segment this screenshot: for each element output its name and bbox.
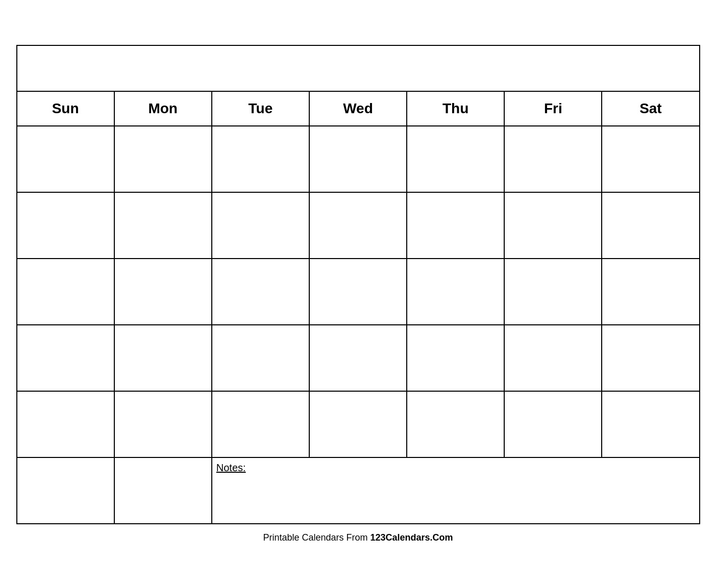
header-sat: Sat	[602, 91, 699, 126]
notes-day-cell-mon	[114, 457, 212, 524]
day-cell	[602, 325, 699, 391]
day-cell	[17, 192, 114, 259]
day-cell	[504, 259, 602, 325]
day-cell	[309, 192, 407, 259]
header-thu: Thu	[407, 91, 504, 126]
day-cell	[114, 192, 212, 259]
day-cell	[17, 391, 114, 457]
week-row-2	[17, 192, 700, 259]
day-cell	[17, 126, 114, 192]
day-cell	[114, 259, 212, 325]
day-cell	[504, 126, 602, 192]
footer-brand: 123Calendars.Com	[371, 532, 453, 543]
day-cell	[504, 192, 602, 259]
notes-label: Notes:	[216, 462, 246, 473]
title-row	[17, 45, 700, 91]
notes-day-cell-sun	[17, 457, 114, 524]
day-cell	[407, 391, 504, 457]
day-cell	[407, 192, 504, 259]
day-cell	[17, 325, 114, 391]
day-cell	[309, 259, 407, 325]
header-wed: Wed	[309, 91, 407, 126]
calendar-wrapper: Sun Mon Tue Wed Thu Fri Sat	[16, 45, 700, 543]
week-row-3	[17, 259, 700, 325]
header-tue: Tue	[212, 91, 309, 126]
day-cell	[602, 259, 699, 325]
day-cell	[309, 325, 407, 391]
footer-text: Printable Calendars From	[263, 532, 370, 543]
header-sun: Sun	[17, 91, 114, 126]
day-cell	[602, 391, 699, 457]
day-cell	[504, 391, 602, 457]
day-cell	[114, 126, 212, 192]
calendar-title-cell	[17, 45, 700, 91]
day-cell	[212, 192, 309, 259]
day-cell	[602, 192, 699, 259]
day-cell	[309, 391, 407, 457]
header-mon: Mon	[114, 91, 212, 126]
day-cell	[407, 325, 504, 391]
week-row-4	[17, 325, 700, 391]
day-cell	[17, 259, 114, 325]
week-row-5	[17, 391, 700, 457]
day-cell	[114, 391, 212, 457]
day-cell	[212, 325, 309, 391]
day-cell	[309, 126, 407, 192]
day-cell	[407, 126, 504, 192]
day-cell	[504, 325, 602, 391]
notes-content-cell: Notes:	[212, 457, 700, 524]
week-row-1	[17, 126, 700, 192]
calendar-table: Sun Mon Tue Wed Thu Fri Sat	[16, 45, 700, 524]
header-row: Sun Mon Tue Wed Thu Fri Sat	[17, 91, 700, 126]
day-cell	[212, 126, 309, 192]
day-cell	[602, 126, 699, 192]
day-cell	[212, 391, 309, 457]
day-cell	[407, 259, 504, 325]
footer: Printable Calendars From 123Calendars.Co…	[16, 532, 700, 543]
notes-row: Notes:	[17, 457, 700, 524]
day-cell	[212, 259, 309, 325]
header-fri: Fri	[504, 91, 602, 126]
day-cell	[114, 325, 212, 391]
